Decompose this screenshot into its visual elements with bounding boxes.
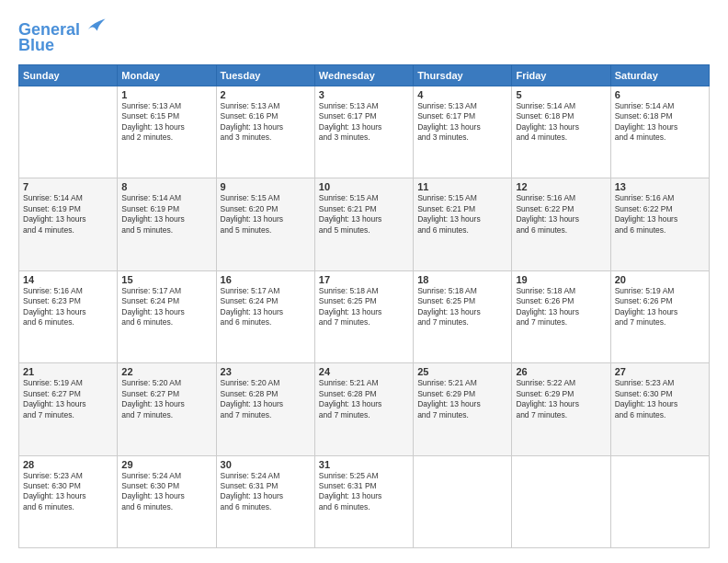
day-info: Sunrise: 5:24 AM Sunset: 6:31 PM Dayligh… [221, 471, 311, 513]
day-number: 15 [121, 274, 211, 285]
calendar-cell [610, 455, 709, 547]
weekday-row: SundayMondayTuesdayWednesdayThursdayFrid… [19, 64, 710, 86]
weekday-header-saturday: Saturday [610, 64, 709, 86]
logo-bird-icon [86, 15, 107, 35]
calendar-cell: 21Sunrise: 5:19 AM Sunset: 6:27 PM Dayli… [19, 363, 118, 455]
day-info: Sunrise: 5:14 AM Sunset: 6:19 PM Dayligh… [121, 193, 211, 236]
calendar-cell: 12Sunrise: 5:16 AM Sunset: 6:22 PM Dayli… [512, 178, 610, 270]
weekday-header-wednesday: Wednesday [314, 64, 413, 86]
calendar-cell: 5Sunrise: 5:14 AM Sunset: 6:18 PM Daylig… [512, 86, 610, 178]
header: General Blue [18, 15, 710, 55]
calendar-cell: 25Sunrise: 5:21 AM Sunset: 6:29 PM Dayli… [414, 363, 512, 455]
calendar-cell: 16Sunrise: 5:17 AM Sunset: 6:24 PM Dayli… [216, 270, 314, 362]
day-info: Sunrise: 5:15 AM Sunset: 6:20 PM Dayligh… [221, 193, 311, 236]
calendar-cell: 23Sunrise: 5:20 AM Sunset: 6:28 PM Dayli… [216, 363, 314, 455]
day-info: Sunrise: 5:15 AM Sunset: 6:21 PM Dayligh… [417, 193, 507, 236]
weekday-header-monday: Monday [118, 64, 216, 86]
calendar-cell [512, 455, 610, 547]
day-info: Sunrise: 5:23 AM Sunset: 6:30 PM Dayligh… [615, 378, 705, 420]
logo: General Blue [18, 15, 107, 55]
day-info: Sunrise: 5:13 AM Sunset: 6:16 PM Dayligh… [221, 101, 311, 144]
day-number: 9 [221, 181, 311, 192]
calendar-cell: 14Sunrise: 5:16 AM Sunset: 6:23 PM Dayli… [19, 270, 118, 362]
day-info: Sunrise: 5:21 AM Sunset: 6:28 PM Dayligh… [319, 378, 409, 420]
day-number: 5 [516, 89, 606, 100]
calendar-cell: 1Sunrise: 5:13 AM Sunset: 6:15 PM Daylig… [118, 86, 216, 178]
calendar-cell: 18Sunrise: 5:18 AM Sunset: 6:25 PM Dayli… [414, 270, 512, 362]
calendar-cell: 24Sunrise: 5:21 AM Sunset: 6:28 PM Dayli… [314, 363, 413, 455]
day-number: 11 [417, 181, 507, 192]
day-info: Sunrise: 5:23 AM Sunset: 6:30 PM Dayligh… [23, 471, 113, 513]
calendar-cell: 9Sunrise: 5:15 AM Sunset: 6:20 PM Daylig… [216, 178, 314, 270]
day-info: Sunrise: 5:18 AM Sunset: 6:25 PM Dayligh… [319, 286, 409, 328]
day-number: 3 [319, 89, 409, 100]
day-info: Sunrise: 5:18 AM Sunset: 6:25 PM Dayligh… [417, 286, 507, 328]
week-row-2: 7Sunrise: 5:14 AM Sunset: 6:19 PM Daylig… [19, 178, 710, 270]
day-info: Sunrise: 5:19 AM Sunset: 6:26 PM Dayligh… [615, 286, 705, 328]
week-row-5: 28Sunrise: 5:23 AM Sunset: 6:30 PM Dayli… [19, 455, 710, 547]
calendar-cell: 10Sunrise: 5:15 AM Sunset: 6:21 PM Dayli… [314, 178, 413, 270]
day-number: 23 [221, 366, 311, 377]
calendar-cell: 3Sunrise: 5:13 AM Sunset: 6:17 PM Daylig… [314, 86, 413, 178]
calendar-cell: 8Sunrise: 5:14 AM Sunset: 6:19 PM Daylig… [118, 178, 216, 270]
day-number: 19 [516, 274, 606, 285]
calendar-cell: 19Sunrise: 5:18 AM Sunset: 6:26 PM Dayli… [512, 270, 610, 362]
calendar-cell: 17Sunrise: 5:18 AM Sunset: 6:25 PM Dayli… [314, 270, 413, 362]
day-info: Sunrise: 5:18 AM Sunset: 6:26 PM Dayligh… [516, 286, 606, 328]
calendar-cell: 4Sunrise: 5:13 AM Sunset: 6:17 PM Daylig… [414, 86, 512, 178]
calendar-cell: 13Sunrise: 5:16 AM Sunset: 6:22 PM Dayli… [610, 178, 709, 270]
day-info: Sunrise: 5:14 AM Sunset: 6:19 PM Dayligh… [23, 193, 113, 236]
weekday-header-tuesday: Tuesday [216, 64, 314, 86]
day-number: 28 [23, 459, 113, 470]
day-info: Sunrise: 5:21 AM Sunset: 6:29 PM Dayligh… [417, 378, 507, 420]
day-number: 16 [221, 274, 311, 285]
day-info: Sunrise: 5:16 AM Sunset: 6:22 PM Dayligh… [516, 193, 606, 236]
day-number: 8 [121, 181, 211, 192]
calendar-cell: 31Sunrise: 5:25 AM Sunset: 6:31 PM Dayli… [314, 455, 413, 547]
day-info: Sunrise: 5:15 AM Sunset: 6:21 PM Dayligh… [319, 193, 409, 236]
calendar-cell: 7Sunrise: 5:14 AM Sunset: 6:19 PM Daylig… [19, 178, 118, 270]
calendar-cell [19, 86, 118, 178]
calendar-cell: 30Sunrise: 5:24 AM Sunset: 6:31 PM Dayli… [216, 455, 314, 547]
day-number: 29 [121, 459, 211, 470]
page: General Blue SundayMondayTuesdayWednesda… [0, 0, 728, 563]
day-number: 22 [121, 366, 211, 377]
day-number: 18 [417, 274, 507, 285]
calendar-cell: 15Sunrise: 5:17 AM Sunset: 6:24 PM Dayli… [118, 270, 216, 362]
day-number: 1 [121, 89, 211, 100]
week-row-4: 21Sunrise: 5:19 AM Sunset: 6:27 PM Dayli… [19, 363, 710, 455]
day-info: Sunrise: 5:25 AM Sunset: 6:31 PM Dayligh… [319, 471, 409, 513]
week-row-1: 1Sunrise: 5:13 AM Sunset: 6:15 PM Daylig… [19, 86, 710, 178]
calendar-cell: 22Sunrise: 5:20 AM Sunset: 6:27 PM Dayli… [118, 363, 216, 455]
calendar-cell: 20Sunrise: 5:19 AM Sunset: 6:26 PM Dayli… [610, 270, 709, 362]
day-number: 14 [23, 274, 113, 285]
day-info: Sunrise: 5:22 AM Sunset: 6:29 PM Dayligh… [516, 378, 606, 420]
day-number: 17 [319, 274, 409, 285]
calendar-cell: 28Sunrise: 5:23 AM Sunset: 6:30 PM Dayli… [19, 455, 118, 547]
week-row-3: 14Sunrise: 5:16 AM Sunset: 6:23 PM Dayli… [19, 270, 710, 362]
day-number: 31 [319, 459, 409, 470]
day-number: 2 [221, 89, 311, 100]
day-info: Sunrise: 5:17 AM Sunset: 6:24 PM Dayligh… [221, 286, 311, 328]
calendar-cell: 11Sunrise: 5:15 AM Sunset: 6:21 PM Dayli… [414, 178, 512, 270]
day-number: 4 [417, 89, 507, 100]
day-number: 21 [23, 366, 113, 377]
day-info: Sunrise: 5:20 AM Sunset: 6:28 PM Dayligh… [221, 378, 311, 420]
calendar-header: SundayMondayTuesdayWednesdayThursdayFrid… [19, 64, 710, 86]
day-number: 26 [516, 366, 606, 377]
day-info: Sunrise: 5:13 AM Sunset: 6:17 PM Dayligh… [417, 101, 507, 144]
calendar-body: 1Sunrise: 5:13 AM Sunset: 6:15 PM Daylig… [19, 86, 710, 547]
calendar-cell [414, 455, 512, 547]
weekday-header-thursday: Thursday [414, 64, 512, 86]
day-number: 10 [319, 181, 409, 192]
day-number: 24 [319, 366, 409, 377]
day-info: Sunrise: 5:24 AM Sunset: 6:30 PM Dayligh… [121, 471, 211, 513]
day-info: Sunrise: 5:17 AM Sunset: 6:24 PM Dayligh… [121, 286, 211, 328]
calendar-table: SundayMondayTuesdayWednesdayThursdayFrid… [18, 64, 710, 548]
day-info: Sunrise: 5:16 AM Sunset: 6:23 PM Dayligh… [23, 286, 113, 328]
calendar-cell: 6Sunrise: 5:14 AM Sunset: 6:18 PM Daylig… [610, 86, 709, 178]
day-number: 25 [417, 366, 507, 377]
day-number: 27 [615, 366, 705, 377]
day-number: 20 [615, 274, 705, 285]
calendar-cell: 29Sunrise: 5:24 AM Sunset: 6:30 PM Dayli… [118, 455, 216, 547]
